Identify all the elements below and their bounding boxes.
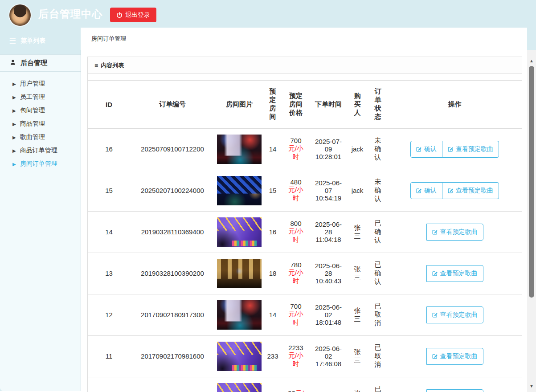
menu-toggle[interactable]: ☰ 菜单列表 bbox=[0, 28, 81, 54]
price-value: 700元/小时 bbox=[287, 137, 305, 161]
column-header-label: 预定房间价格 bbox=[288, 92, 303, 117]
column-header-label: 房间图片 bbox=[226, 100, 253, 108]
sidebar-item-6[interactable]: ▶房间订单管理 bbox=[0, 157, 81, 171]
view-booked-songs-button[interactable]: 查看预定歌曲 bbox=[426, 265, 483, 282]
cell-order-time: 2025-06- bbox=[310, 377, 347, 392]
cell-status: 已取消 bbox=[368, 377, 388, 392]
view-booked-songs-button[interactable]: 查看预定歌曲 bbox=[442, 141, 499, 158]
price-number: 700 bbox=[287, 302, 305, 310]
cell-status: 已确认 bbox=[368, 211, 388, 253]
scrollbar-thumb[interactable] bbox=[529, 66, 534, 298]
column-header-2: 房间图片 bbox=[215, 81, 264, 128]
action-button-group: 查看预定歌曲 bbox=[426, 348, 483, 365]
cell-order-time: 2025-06-02 17:46:08 bbox=[310, 335, 347, 377]
edit-icon bbox=[432, 312, 438, 318]
cell-price: 22元/小时 bbox=[282, 377, 310, 392]
caret-right-icon: ▶ bbox=[12, 148, 16, 153]
column-header-label: 操作 bbox=[448, 100, 462, 108]
buyer-name: 张三 bbox=[354, 306, 361, 323]
content-column: 房间订单管理 ≡ 内容列表 ID订单编号房间图片预定房间预定房间价格下单时间购买… bbox=[81, 28, 527, 392]
logout-button[interactable]: 退出登录 bbox=[110, 8, 156, 22]
edit-icon bbox=[432, 229, 438, 235]
view-booked-songs-button[interactable]: 查看预定歌曲 bbox=[426, 224, 483, 241]
sidebar-item-label: 歌曲管理 bbox=[20, 133, 45, 141]
column-header-8: 操作 bbox=[388, 81, 522, 128]
action-button-group: 查看预定歌曲 bbox=[426, 306, 483, 323]
confirm-button[interactable]: 确认 bbox=[410, 182, 442, 199]
cell-order-no: 20190328100390200 bbox=[130, 253, 215, 294]
cell-id: 10 bbox=[88, 377, 130, 392]
status-text: 未确认 bbox=[374, 136, 381, 162]
cell-order-no bbox=[130, 377, 215, 392]
hamburger-icon: ☰ bbox=[9, 37, 16, 45]
sidebar-item-1[interactable]: ▶员工管理 bbox=[0, 90, 81, 104]
buyer-name: 张三 bbox=[354, 224, 361, 241]
status-text: 已确认 bbox=[374, 261, 381, 286]
price-unit: 元/小时 bbox=[288, 269, 303, 285]
sidebar-item-label: 包间管理 bbox=[20, 106, 45, 114]
scroll-down-icon[interactable]: ▼ bbox=[527, 381, 536, 391]
cell-buyer: jack bbox=[347, 170, 368, 211]
menu-title: 菜单列表 bbox=[20, 37, 45, 45]
view-booked-songs-button[interactable]: 查看预定歌曲 bbox=[426, 306, 483, 323]
price-value: 780元/小时 bbox=[287, 261, 305, 286]
room-photo bbox=[217, 300, 262, 330]
user-icon bbox=[10, 59, 16, 67]
panel-title: 内容列表 bbox=[101, 61, 124, 69]
table-body: 162025070910071220014700元/小时2025-07-09 1… bbox=[88, 128, 522, 392]
sidebar-section-admin[interactable]: 后台管理 bbox=[0, 55, 81, 72]
status-text: 已取消 bbox=[374, 385, 381, 392]
view-booked-songs-button[interactable]: 查看预定歌曲 bbox=[426, 389, 483, 392]
view-booked-songs-button[interactable]: 查看预定歌曲 bbox=[426, 348, 483, 365]
table-row: 132019032810039020018780元/小时2025-06-28 1… bbox=[88, 253, 522, 294]
column-header-label: ID bbox=[106, 101, 112, 108]
buyer-name: 张三 bbox=[354, 348, 361, 365]
cell-order-no: 20250709100712200 bbox=[130, 128, 215, 170]
sidebar-item-label: 房间订单管理 bbox=[20, 160, 57, 168]
caret-right-icon: ▶ bbox=[12, 95, 16, 100]
cell-id: 12 bbox=[88, 294, 130, 335]
view-booked-songs-button[interactable]: 查看预定歌曲 bbox=[442, 182, 499, 199]
scroll-up-icon[interactable]: ▲ bbox=[527, 56, 536, 66]
sidebar-item-label: 用户管理 bbox=[20, 80, 45, 88]
price-number: 2233 bbox=[287, 344, 305, 351]
room-photo bbox=[217, 259, 262, 288]
price-number: 22 bbox=[288, 389, 295, 392]
sidebar-item-3[interactable]: ▶商品管理 bbox=[0, 117, 81, 131]
sidebar-item-0[interactable]: ▶用户管理 bbox=[0, 77, 81, 90]
cell-status: 已取消 bbox=[368, 335, 388, 377]
sidebar-item-2[interactable]: ▶包间管理 bbox=[0, 104, 81, 117]
action-button-label: 确认 bbox=[424, 187, 437, 195]
sidebar-divider bbox=[81, 50, 81, 391]
panel-header: ≡ 内容列表 bbox=[88, 57, 522, 74]
cell-price: 700元/小时 bbox=[282, 294, 310, 335]
price-value: 480元/小时 bbox=[287, 178, 305, 203]
cell-buyer: 张三 bbox=[347, 335, 368, 377]
action-button-label: 查看预定歌曲 bbox=[440, 228, 478, 236]
caret-right-icon: ▶ bbox=[12, 162, 16, 167]
action-button-group: 确认查看预定歌曲 bbox=[410, 182, 499, 199]
confirm-button[interactable]: 确认 bbox=[410, 141, 442, 158]
orders-table: ID订单编号房间图片预定房间预定房间价格下单时间购买人订单状态操作 162025… bbox=[88, 81, 522, 392]
action-button-label: 查看预定歌曲 bbox=[456, 145, 493, 153]
cell-id: 14 bbox=[88, 211, 130, 253]
page-scrollbar[interactable]: ▲ ▼ bbox=[527, 50, 536, 392]
table-row: 11201709021709816002332233元/小时2025-06-02… bbox=[88, 335, 522, 377]
action-button-label: 查看预定歌曲 bbox=[440, 311, 478, 319]
cell-room-image bbox=[215, 170, 264, 211]
avatar bbox=[8, 4, 32, 27]
sidebar-item-4[interactable]: ▶歌曲管理 bbox=[0, 131, 81, 144]
sidebar-item-5[interactable]: ▶商品订单管理 bbox=[0, 144, 81, 157]
caret-right-icon: ▶ bbox=[12, 82, 16, 86]
price-value: 22元/小时 bbox=[287, 389, 305, 392]
cell-room-no: 233 bbox=[264, 335, 282, 377]
cell-price: 780元/小时 bbox=[282, 253, 310, 294]
cell-actions: 查看预定歌曲 bbox=[388, 211, 522, 253]
column-header-label: 下单时间 bbox=[315, 100, 342, 108]
order-time: 2025-06-28 10:40:43 bbox=[313, 262, 344, 285]
column-header-6: 购买人 bbox=[347, 81, 368, 128]
cell-actions: 查看预定歌曲 bbox=[388, 377, 522, 392]
caret-right-icon: ▶ bbox=[12, 108, 16, 113]
cell-order-no: 20190328110369400 bbox=[130, 211, 215, 253]
status-text: 已取消 bbox=[374, 343, 381, 369]
